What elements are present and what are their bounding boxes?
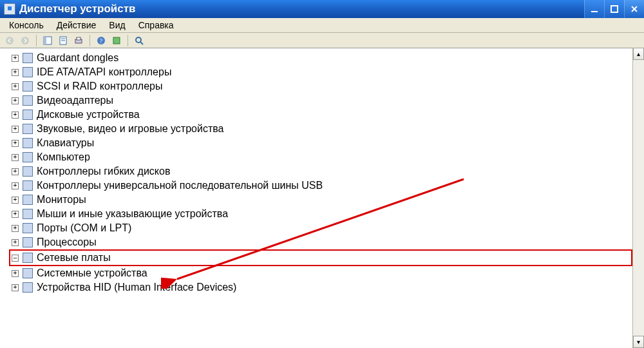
expander-icon[interactable] bbox=[12, 255, 19, 262]
window-title: Диспетчер устройств bbox=[19, 3, 136, 15]
tree-node[interactable]: Процессоры bbox=[12, 235, 632, 249]
tree-node[interactable]: Мыши и иные указывающие устройства bbox=[12, 207, 632, 221]
tree-node-label: Мыши и иные указывающие устройства bbox=[35, 207, 229, 221]
expander-icon[interactable] bbox=[12, 239, 19, 246]
forward-button[interactable] bbox=[18, 34, 32, 48]
tree-node[interactable]: Устройства HID (Human Interface Devices) bbox=[12, 280, 632, 295]
tree-node-label: Контроллеры универсальной последовательн… bbox=[35, 179, 324, 193]
expander-icon[interactable] bbox=[12, 69, 19, 76]
tree-node[interactable]: Дисковые устройства bbox=[12, 108, 632, 122]
scroll-down-button[interactable]: ▾ bbox=[633, 336, 644, 348]
tree-node[interactable]: Контроллеры гибких дисков bbox=[12, 164, 632, 179]
tree-node-label: Мониторы bbox=[35, 193, 88, 207]
network-icon bbox=[23, 253, 33, 263]
properties-button[interactable] bbox=[56, 34, 70, 48]
tree-node-label: Сетевые платы bbox=[35, 251, 112, 265]
tree-node[interactable]: Мониторы bbox=[12, 193, 632, 207]
tree-node[interactable]: Клавиатуры bbox=[12, 136, 632, 150]
back-button[interactable] bbox=[3, 34, 17, 48]
tree-node[interactable]: Guardant dongles bbox=[12, 51, 632, 65]
maximize-button[interactable] bbox=[604, 0, 624, 18]
svg-rect-1 bbox=[611, 6, 618, 12]
refresh-icon bbox=[112, 36, 121, 45]
tree-node-label: Звуковые, видео и игровые устройства bbox=[35, 122, 225, 136]
back-icon bbox=[5, 36, 14, 45]
menu-console[interactable]: Консоль bbox=[3, 18, 50, 32]
tree-node-label: Порты (COM и LPT) bbox=[35, 221, 133, 235]
tree-node[interactable]: Порты (COM и LPT) bbox=[12, 221, 632, 235]
close-button[interactable] bbox=[624, 0, 644, 18]
toolbar-separator bbox=[128, 35, 128, 46]
tree-node-label: Компьютер bbox=[35, 150, 91, 164]
expander-icon[interactable] bbox=[12, 270, 19, 277]
tree-node-label: Устройства HID (Human Interface Devices) bbox=[35, 280, 238, 295]
expander-icon[interactable] bbox=[12, 211, 19, 218]
tree-node-label: Контроллеры гибких дисков bbox=[35, 164, 171, 179]
content-area: Guardant donglesIDE ATA/ATAPI контроллер… bbox=[0, 48, 644, 348]
tree-node-label: Видеоадаптеры bbox=[35, 93, 115, 108]
expander-icon[interactable] bbox=[12, 225, 19, 232]
expander-icon[interactable] bbox=[12, 168, 19, 175]
print-button[interactable] bbox=[71, 34, 86, 48]
expander-icon[interactable] bbox=[12, 182, 19, 189]
close-icon bbox=[630, 5, 639, 14]
device-tree[interactable]: Guardant donglesIDE ATA/ATAPI контроллер… bbox=[0, 48, 632, 348]
maximize-icon bbox=[610, 5, 619, 14]
toolbar-separator bbox=[90, 35, 90, 46]
scan-hardware-button[interactable] bbox=[132, 34, 146, 48]
scroll-up-button[interactable]: ▴ bbox=[633, 48, 644, 60]
properties-icon bbox=[59, 36, 68, 45]
guardant-icon bbox=[23, 53, 33, 63]
svg-rect-15 bbox=[113, 37, 120, 44]
svg-point-16 bbox=[136, 37, 141, 43]
svg-line-17 bbox=[140, 42, 143, 44]
expander-icon[interactable] bbox=[12, 126, 19, 133]
tree-node[interactable]: Контроллеры универсальной последовательн… bbox=[12, 179, 632, 193]
refresh-button[interactable] bbox=[109, 34, 124, 48]
menu-action[interactable]: Действие bbox=[50, 18, 103, 32]
display-icon bbox=[23, 95, 33, 106]
svg-point-4 bbox=[6, 37, 14, 44]
disk-icon bbox=[23, 110, 33, 120]
ide-icon bbox=[23, 67, 33, 77]
forward-icon bbox=[21, 36, 30, 45]
tree-node[interactable]: Сетевые платы bbox=[9, 249, 632, 266]
menu-help[interactable]: Справка bbox=[132, 18, 180, 32]
window-controls bbox=[584, 0, 644, 18]
minimize-button[interactable] bbox=[584, 0, 604, 18]
keyboard-icon bbox=[23, 138, 33, 148]
expander-icon[interactable] bbox=[12, 154, 19, 161]
scroll-track[interactable] bbox=[633, 60, 644, 336]
help-button[interactable]: ? bbox=[94, 34, 108, 48]
tree-node[interactable]: Компьютер bbox=[12, 150, 632, 164]
expander-icon[interactable] bbox=[12, 97, 19, 104]
vertical-scrollbar[interactable]: ▴ ▾ bbox=[632, 48, 644, 348]
svg-text:?: ? bbox=[100, 37, 103, 44]
svg-point-5 bbox=[21, 37, 29, 44]
expander-icon[interactable] bbox=[12, 55, 19, 62]
cpu-icon bbox=[23, 237, 33, 247]
minimize-icon bbox=[590, 5, 599, 14]
expander-icon[interactable] bbox=[12, 111, 19, 119]
tree-node[interactable]: IDE ATA/ATAPI контроллеры bbox=[12, 65, 632, 79]
tree-node[interactable]: Видеоадаптеры bbox=[12, 93, 632, 108]
magnifier-icon bbox=[135, 36, 144, 45]
tree-node-label: Процессоры bbox=[35, 235, 98, 249]
tree-node[interactable]: SCSI и RAID контроллеры bbox=[12, 79, 632, 93]
svg-rect-12 bbox=[77, 37, 80, 40]
print-icon bbox=[74, 36, 83, 45]
expander-icon[interactable] bbox=[12, 284, 19, 291]
mouse-icon bbox=[23, 209, 33, 219]
expander-icon[interactable] bbox=[12, 83, 19, 90]
tree-node[interactable]: Звуковые, видео и игровые устройства bbox=[12, 122, 632, 136]
toolbar-separator bbox=[36, 35, 37, 46]
expander-icon[interactable] bbox=[12, 140, 19, 147]
tree-node-label: Системные устройства bbox=[35, 266, 149, 280]
floppy-ctrl-icon bbox=[23, 166, 33, 177]
tree-node[interactable]: Системные устройства bbox=[12, 266, 632, 280]
show-hide-tree-button[interactable] bbox=[41, 34, 55, 48]
expander-icon[interactable] bbox=[12, 197, 19, 204]
device-manager-window: Диспетчер устройств Консоль Действие Вид… bbox=[0, 0, 644, 348]
svg-rect-0 bbox=[591, 11, 598, 12]
menu-view[interactable]: Вид bbox=[102, 18, 131, 32]
